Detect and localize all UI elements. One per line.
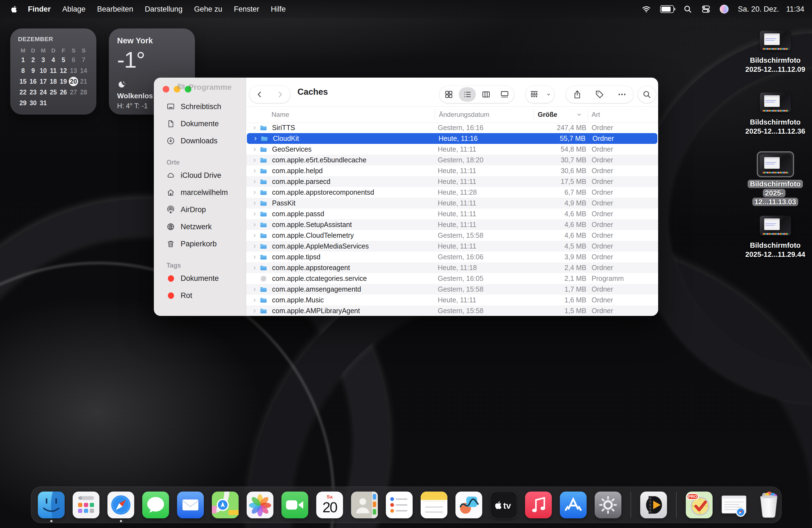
calendar-day[interactable]: 7 [78,56,89,64]
sidebar-item-rot[interactable]: Rot [154,287,246,304]
calendar-day[interactable]: 19 [58,77,69,86]
file-row[interactable]: com.apple.appstorecomponentsdHeute, 11:2… [246,187,658,198]
calendar-day[interactable]: 15 [18,77,28,86]
calendar-day[interactable]: 12 [58,66,69,75]
reminders-icon[interactable] [386,492,412,518]
control-center-icon[interactable] [701,5,710,14]
sidebar-item-dokumente[interactable]: Dokumente [154,270,246,287]
desktop-icon-screenshot[interactable]: Bildschirmfoto2025-12...11.13.03 [743,151,807,207]
disclosure-chevron-icon[interactable] [252,295,257,305]
share-icon[interactable] [572,89,583,100]
more-icon[interactable] [617,89,627,100]
calendar-day[interactable]: 23 [28,88,39,97]
sidebar-item-papierkorb[interactable]: Papierkorb [154,235,246,252]
menu-item-bearbeiten[interactable]: Bearbeiten [91,5,139,13]
column-header-modified[interactable]: Änderungsdatum [439,107,489,122]
calendar-day[interactable]: 17 [38,77,48,86]
disclosure-chevron-icon[interactable] [252,176,257,187]
file-row[interactable]: com.apple.amsengagementdGestern, 15:581,… [246,284,658,295]
freeform-icon[interactable] [455,492,482,518]
calendar-day[interactable]: 21 [78,77,89,86]
calendar-widget[interactable]: DEZEMBER MDMDFSS 12345678910111213141516… [10,28,97,115]
appstore-icon[interactable] [560,492,586,518]
desktop-icon-screenshot[interactable]: Bildschirmfoto2025-12...11.12.36 [743,89,807,136]
sidebar-item-airdrop[interactable]: AirDrop [154,201,246,218]
calendar-day[interactable]: 3 [38,56,48,64]
sidebar-item-dokumente[interactable]: Dokumente [154,115,246,132]
calendar-day[interactable]: 22 [18,88,28,97]
facetime-icon[interactable] [281,492,308,518]
gallery-view-icon[interactable] [496,87,513,102]
apple-menu-icon[interactable] [10,5,18,13]
checkmark-pro-icon[interactable]: PRO [686,492,713,518]
desktop-icon-screenshot[interactable]: Bildschirmfoto2025-12...11.29.44 [743,212,807,259]
file-row[interactable]: com.apple.AppleMediaServicesHeute, 11:11… [246,241,658,252]
disclosure-chevron-icon[interactable] [252,305,257,316]
appletv-icon[interactable]: tv [490,492,517,518]
contacts-icon[interactable] [351,492,378,518]
column-header-kind[interactable]: Art [592,107,600,122]
sidebar-item-netzwerk[interactable]: Netzwerk [154,218,246,235]
battery-icon[interactable] [660,5,674,13]
disclosure-chevron-icon[interactable] [252,262,257,273]
disclosure-chevron-icon[interactable] [252,144,257,155]
calendar-day[interactable]: 9 [28,66,39,75]
file-row[interactable]: PassKitHeute, 11:114,9 MBOrdner [246,198,658,208]
menu-item-fenster[interactable]: Fenster [228,5,265,13]
menu-item-hilfe[interactable]: Hilfe [265,5,291,13]
disclosure-chevron-icon[interactable] [252,208,257,219]
calendar-day[interactable]: 24 [38,88,48,97]
messages-icon[interactable] [142,492,169,518]
calendar-day[interactable]: 30 [28,99,39,107]
file-row[interactable]: GeoServicesHeute, 11:1154,8 MBOrdner [246,144,658,155]
sidebar-item-downloads[interactable]: Downloads [154,132,246,149]
menu-item-gehe-zu[interactable]: Gehe zu [188,5,228,13]
file-row[interactable]: com.apple.ctcategories.serviceGestern, 1… [246,273,658,284]
menu-item-finder[interactable]: Finder [22,5,57,13]
disclosure-chevron-icon[interactable] [252,284,257,295]
calendar-day[interactable]: 18 [48,77,59,86]
calendar-icon[interactable]: Sa20 [316,492,343,518]
disclosure-chevron-icon[interactable] [252,187,257,198]
file-row[interactable]: com.apple.helpdHeute, 11:1130,6 MBOrdner [246,165,658,176]
disclosure-chevron-icon[interactable] [252,241,257,252]
photos-icon[interactable] [247,492,273,518]
notes-icon[interactable] [421,492,447,518]
file-row[interactable]: SiriTTSGestern, 16:16247,4 MBOrdner [246,122,658,133]
spotlight-search-icon[interactable] [683,5,692,14]
file-row[interactable]: com.apple.tipsdGestern, 16:063,9 MBOrdne… [246,252,658,262]
file-row[interactable]: CloudKitHeute, 11:1655,7 MBOrdner [247,133,657,144]
calendar-day[interactable]: 27 [69,88,79,97]
music-icon[interactable] [525,492,552,518]
mail-icon[interactable] [177,492,204,518]
icon-view-icon[interactable] [440,87,458,102]
disclosure-chevron-icon[interactable] [253,133,258,144]
wifi-icon[interactable] [642,5,651,14]
calendar-day[interactable]: 5 [58,56,69,64]
disclosure-chevron-icon[interactable] [252,122,257,133]
disclosure-chevron-icon[interactable] [252,165,257,176]
sort-chevron-down-icon[interactable] [576,107,582,122]
calendar-day[interactable]: 11 [48,66,59,75]
disclosure-chevron-icon[interactable] [252,155,257,165]
calendar-day[interactable]: 26 [58,88,69,97]
calendar-day[interactable]: 13 [69,66,79,75]
menu-item-ablage[interactable]: Ablage [57,5,91,13]
settings-icon[interactable] [595,492,621,518]
calendar-day[interactable]: 4 [48,56,59,64]
siri-icon[interactable] [720,5,729,14]
sidebar-item-icloud-drive[interactable]: iCloud Drive [154,167,246,184]
file-row[interactable]: com.apple.e5rt.e5bundlecacheGestern, 18:… [246,155,658,165]
group-button[interactable] [526,86,554,103]
minimized-safari-window-icon[interactable] [721,492,748,518]
calendar-day[interactable]: 8 [18,66,28,75]
calendar-day[interactable]: 29 [18,99,28,107]
tag-icon[interactable] [594,89,605,100]
file-row[interactable]: com.apple.parsecdHeute, 11:1117,5 MBOrdn… [246,176,658,187]
list-view-icon[interactable] [459,87,476,102]
menu-item-darstellung[interactable]: Darstellung [139,5,188,13]
maps-icon[interactable] [212,492,238,518]
search-button[interactable] [638,86,656,103]
calendar-day[interactable]: 16 [28,77,39,86]
sidebar-item-schreibtisch[interactable]: Schreibtisch [154,98,246,115]
